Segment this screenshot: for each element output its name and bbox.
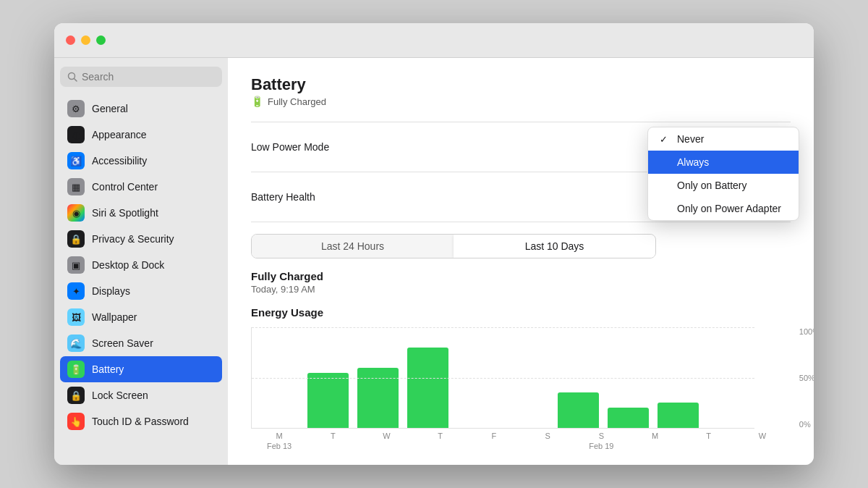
dropdown-item-battery_only[interactable]: Only on Battery	[648, 174, 799, 197]
sidebar-item-label-accessibility: Accessibility	[92, 155, 147, 167]
search-icon	[67, 72, 77, 82]
displays-icon: ✦	[67, 282, 85, 300]
sidebar-item-control[interactable]: ▦Control Center	[60, 174, 222, 200]
energy-date-label-0: Feb 13	[257, 442, 302, 450]
energy-usage-chart: Energy Usage 100% 50% 0%	[251, 306, 791, 450]
dropdown-item-power_adapter[interactable]: Only on Power Adapter	[648, 197, 799, 220]
low-power-mode-label: Low Power Mode	[251, 141, 329, 153]
energy-date-label-4	[472, 442, 516, 450]
titlebar	[54, 23, 814, 58]
sidebar-item-general[interactable]: ⚙General	[60, 96, 222, 122]
sidebar-item-siri[interactable]: ◉Siri & Spotlight	[60, 200, 222, 226]
energy-usage-title: Energy Usage	[251, 306, 791, 319]
sidebar-item-battery[interactable]: 🔋Battery	[60, 356, 222, 382]
dropdown-checkmark-never: ✓	[660, 134, 671, 145]
settings-window: ⚙General◑Appearance♿Accessibility▦Contro…	[54, 23, 814, 465]
gridline-100	[252, 327, 754, 328]
page-header: Battery 🔋 Fully Charged	[251, 75, 791, 107]
energy-day-label-1: T	[310, 432, 355, 440]
energy-bar-7	[608, 408, 649, 428]
battery-status: 🔋 Fully Charged	[251, 96, 791, 107]
lockscreen-icon: 🔒	[67, 387, 85, 404]
touchid-icon: 👆	[67, 413, 85, 430]
energy-day-label-0: M	[257, 432, 302, 440]
wallpaper-icon: 🖼	[67, 308, 85, 326]
sidebar-item-touchid[interactable]: 👆Touch ID & Password	[60, 408, 222, 434]
search-bar[interactable]	[60, 67, 222, 87]
search-input[interactable]	[82, 71, 215, 83]
sidebar-item-label-lockscreen: Lock Screen	[92, 390, 148, 401]
sidebar-item-label-screensaver: Screen Saver	[92, 337, 153, 349]
divider-3	[251, 222, 791, 222]
general-icon: ⚙	[67, 100, 85, 117]
svg-line-1	[75, 79, 77, 82]
maximize-button[interactable]	[96, 35, 106, 45]
energy-date-label-1	[310, 442, 355, 450]
traffic-lights	[66, 35, 106, 45]
minimize-button[interactable]	[81, 35, 90, 45]
battery-status-icon: 🔋	[251, 96, 263, 107]
energy-day-label-4: F	[472, 432, 516, 440]
sidebar-item-label-touchid: Touch ID & Password	[92, 416, 189, 427]
energy-bar-2	[357, 368, 399, 428]
energy-date-label-2	[364, 442, 409, 450]
y-label-0: 0%	[799, 420, 814, 429]
sidebar-item-label-privacy: Privacy & Security	[92, 233, 174, 245]
dropdown-item-always[interactable]: Always	[648, 151, 799, 174]
dropdown-item-never[interactable]: ✓Never	[648, 127, 799, 151]
battery-health-label: Battery Health	[251, 191, 315, 203]
sidebar-item-label-control: Control Center	[92, 181, 158, 193]
sidebar-item-label-battery: Battery	[92, 363, 124, 375]
energy-date-label-6: Feb 19	[579, 442, 624, 450]
dropdown-label-always: Always	[677, 156, 709, 168]
sidebar-item-privacy[interactable]: 🔒Privacy & Security	[60, 226, 222, 252]
sidebar-items: ⚙General◑Appearance♿Accessibility▦Contro…	[60, 96, 222, 434]
low-power-mode-dropdown: ✓NeverAlwaysOnly on BatteryOnly on Power…	[647, 127, 799, 221]
appearance-icon: ◑	[67, 126, 85, 143]
sidebar-item-label-appearance: Appearance	[92, 129, 147, 140]
energy-bar-1	[307, 373, 349, 428]
control-icon: ▦	[67, 178, 85, 195]
sidebar-item-label-displays: Displays	[92, 285, 130, 297]
chart-y-labels: 100% 50% 0%	[799, 327, 814, 429]
energy-day-labels: MTWTFSSMTW	[251, 429, 791, 440]
energy-day-label-7: M	[632, 432, 677, 440]
screensaver-icon: 🌊	[67, 335, 85, 352]
energy-date-label-7	[632, 442, 677, 450]
energy-bar-6	[558, 392, 599, 428]
energy-date-label-8	[686, 442, 731, 450]
dropdown-label-battery_only: Only on Battery	[677, 180, 747, 191]
sidebar-item-accessibility[interactable]: ♿Accessibility	[60, 148, 222, 174]
page-title: Battery	[251, 75, 791, 94]
divider-1	[251, 122, 791, 122]
energy-day-label-8: T	[686, 432, 731, 440]
energy-day-label-6: S	[579, 432, 624, 440]
tab-last-24h[interactable]: Last 24 Hours	[252, 235, 454, 258]
accessibility-icon: ♿	[67, 152, 85, 169]
charge-info: Fully Charged Today, 9:19 AM	[251, 270, 791, 295]
sidebar-item-screensaver[interactable]: 🌊Screen Saver	[60, 330, 222, 356]
sidebar-item-desktop[interactable]: ▣Desktop & Dock	[60, 252, 222, 278]
energy-date-label-5	[525, 442, 570, 450]
close-button[interactable]	[66, 35, 75, 45]
sidebar-item-label-desktop: Desktop & Dock	[92, 259, 164, 271]
sidebar-item-wallpaper[interactable]: 🖼Wallpaper	[60, 304, 222, 330]
dropdown-label-never: Never	[677, 133, 704, 145]
sidebar-item-displays[interactable]: ✦Displays	[60, 278, 222, 304]
energy-date-label-9	[740, 442, 785, 450]
sidebar-item-label-wallpaper: Wallpaper	[92, 311, 137, 323]
sidebar-item-appearance[interactable]: ◑Appearance	[60, 122, 222, 148]
sidebar-item-label-siri: Siri & Spotlight	[92, 207, 158, 219]
charge-title: Fully Charged	[251, 270, 791, 282]
energy-date-label-3	[418, 442, 463, 450]
desktop-icon: ▣	[67, 256, 85, 274]
energy-day-label-5: S	[525, 432, 570, 440]
energy-chart-area	[251, 327, 754, 429]
privacy-icon: 🔒	[67, 230, 85, 248]
y-label-100: 100%	[799, 327, 814, 336]
tab-last-10d[interactable]: Last 10 Days	[454, 235, 655, 258]
energy-day-label-9: W	[740, 432, 785, 440]
energy-bar-3	[407, 348, 448, 428]
siri-icon: ◉	[67, 204, 85, 222]
sidebar-item-lockscreen[interactable]: 🔒Lock Screen	[60, 382, 222, 408]
